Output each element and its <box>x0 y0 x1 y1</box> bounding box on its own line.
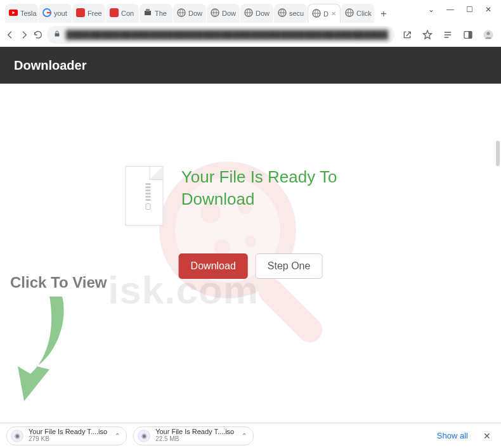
share-button[interactable] <box>398 26 416 44</box>
close-window-button[interactable]: ✕ <box>479 1 497 18</box>
download-panel: Your File Is Ready To Download <box>126 166 376 226</box>
file-icon <box>126 166 164 226</box>
svg-rect-4 <box>145 11 151 15</box>
tab-label: Dow <box>256 10 270 17</box>
tab-strip: TeslayoutFreeConTheDowDowDowsecuD✕Click+ <box>0 0 422 23</box>
forward-button[interactable] <box>19 26 29 44</box>
browser-tab[interactable]: Click <box>341 4 374 23</box>
tab-label: yout <box>54 10 67 17</box>
favicon-globe-icon <box>345 8 354 18</box>
browser-toolbar: ████████████████████████████████████████… <box>0 23 501 47</box>
show-all-downloads[interactable]: Show all <box>432 428 473 443</box>
svg-point-25 <box>245 236 256 247</box>
action-buttons: Download Step One <box>179 253 323 279</box>
svg-rect-5 <box>146 9 150 11</box>
chevron-up-icon[interactable]: ⌃ <box>115 432 120 439</box>
svg-rect-12 <box>55 34 60 37</box>
browser-tab[interactable]: Dow <box>173 4 206 23</box>
chevron-up-icon[interactable]: ⌃ <box>242 432 247 439</box>
tab-label: Tesla <box>20 10 37 17</box>
tab-label: D <box>323 10 329 18</box>
page-scrollbar[interactable] <box>496 141 500 166</box>
browser-tab[interactable]: D✕ <box>308 4 341 23</box>
click-to-view-label: Click To View <box>10 274 107 291</box>
browser-tab[interactable]: yout <box>39 4 72 23</box>
download-button[interactable]: Download <box>179 253 248 279</box>
bookmark-button[interactable] <box>419 26 436 44</box>
favicon-red-icon <box>110 8 119 18</box>
tab-label: secu <box>289 10 304 17</box>
disc-icon: ◉ <box>11 430 23 442</box>
favicon-youtube-icon <box>9 8 18 18</box>
browser-tab[interactable]: The <box>140 4 172 23</box>
tab-label: Con <box>121 10 134 17</box>
minimize-button[interactable]: — <box>441 1 459 18</box>
svg-rect-2 <box>76 8 85 17</box>
favicon-globe-icon <box>278 8 287 18</box>
page-viewport: Downloader isk.com Your File Is Ready To… <box>0 47 501 422</box>
side-panel-button[interactable] <box>459 26 477 44</box>
back-button[interactable] <box>5 26 15 44</box>
profile-button[interactable] <box>479 26 497 44</box>
browser-tab[interactable]: secu <box>274 4 307 23</box>
close-downloads-bar[interactable]: ✕ <box>479 428 495 444</box>
ready-message: Your File Is Ready To Download <box>181 166 376 210</box>
svg-rect-14 <box>469 31 472 38</box>
favicon-red-icon <box>76 8 85 18</box>
tab-label: Click <box>356 10 372 17</box>
favicon-globe-icon <box>177 8 186 18</box>
window-controls: ⌄ — ☐ ✕ <box>422 0 501 19</box>
titlebar: TeslayoutFreeConTheDowDowDowsecuD✕Click+… <box>0 0 501 23</box>
favicon-google-icon <box>42 8 51 18</box>
reload-button[interactable] <box>33 26 43 44</box>
page-content: isk.com Your File Is Ready To Download D… <box>0 84 501 422</box>
favicon-globe-icon <box>312 9 321 19</box>
page-header: Downloader <box>0 47 501 84</box>
address-bar[interactable]: ████████████████████████████████████████… <box>47 26 394 44</box>
tab-label: Dow <box>222 10 236 17</box>
svg-rect-3 <box>110 8 119 17</box>
tab-label: The <box>155 10 167 17</box>
browser-tab[interactable]: Con <box>106 4 139 23</box>
url-text: ████████████████████████████████████████… <box>66 30 388 39</box>
browser-tab[interactable]: Tesla <box>5 4 38 23</box>
maximize-button[interactable]: ☐ <box>460 1 478 18</box>
down-arrow-icon <box>11 297 81 407</box>
svg-rect-26 <box>253 273 327 347</box>
disc-icon: ◉ <box>138 430 150 442</box>
tab-label: Free <box>88 10 102 17</box>
browser-tab[interactable]: Dow <box>240 4 273 23</box>
lock-icon <box>53 30 61 39</box>
close-tab-icon[interactable]: ✕ <box>331 10 336 17</box>
tab-dropdown-button[interactable]: ⌄ <box>422 1 440 18</box>
step-one-button[interactable]: Step One <box>256 253 323 279</box>
favicon-globe-icon <box>244 8 253 18</box>
download-item[interactable]: ◉Your File Is Ready T....iso279 KB⌃ <box>6 426 127 445</box>
download-size: 22.5 MB <box>155 436 234 443</box>
browser-tab[interactable]: Dow <box>207 4 240 23</box>
browser-tab[interactable]: Free <box>72 4 105 23</box>
svg-point-24 <box>214 239 230 255</box>
downloads-bar: ◉Your File Is Ready T....iso279 KB⌃◉Your… <box>0 423 501 448</box>
reading-list-button[interactable] <box>439 26 457 44</box>
tab-label: Dow <box>188 10 202 17</box>
download-item[interactable]: ◉Your File Is Ready T....iso22.5 MB⌃ <box>133 426 254 445</box>
svg-point-16 <box>487 32 490 35</box>
new-tab-button[interactable]: + <box>375 5 393 23</box>
download-size: 279 KB <box>29 436 107 443</box>
favicon-globe-icon <box>211 8 219 18</box>
favicon-print-icon <box>143 8 152 18</box>
